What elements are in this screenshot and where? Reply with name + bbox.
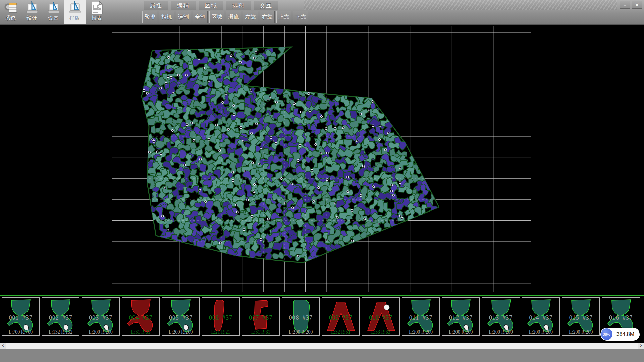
application-window: 系统设计设置排版报表 属性编辑区域排料交互 聚排相机选割全割区域瑕疵左靠右靠上靠… (0, 0, 644, 362)
part-lr-count: L:32 R:31 (322, 329, 359, 335)
app-tab-settings[interactable]: 设置 (43, 0, 64, 24)
tool-cut-all[interactable]: 全割 (193, 11, 208, 23)
app-tab-label: 设计 (27, 15, 38, 21)
tool-cluster[interactable]: 聚排 (142, 11, 157, 23)
part-id-label: 011_#37 (402, 314, 439, 321)
part-lr-count: L:200 R:200 (402, 329, 439, 335)
menu-tab-nest[interactable]: 排料 (226, 1, 251, 10)
minimize-button[interactable]: – (620, 1, 630, 9)
part-id-label: 014_#37 (522, 314, 559, 321)
part-id-label: 012_#37 (442, 314, 479, 321)
parts-thumbnail-strip: 001_#37L:700 R:700002_#37L:132 R:132003_… (0, 295, 644, 343)
progress-circle: 38% (601, 328, 612, 340)
part-id-label: 016_#37 (602, 314, 640, 321)
part-id-label: 010_#37 (362, 314, 399, 321)
part-lr-count: L:21 R:21 (202, 329, 239, 335)
tool-camera[interactable]: 相机 (159, 11, 174, 23)
titlebar-hatch-texture (304, 0, 617, 10)
progress-value: 38% (603, 332, 610, 336)
part-lr-count: L:132 R:132 (42, 329, 79, 335)
menu-tab-interact[interactable]: 交互 (254, 1, 278, 10)
part-lr-count: L:700 R:700 (2, 329, 39, 335)
part-lr-count: L:200 R:200 (162, 329, 199, 335)
part-id-label: 007_#37 (242, 314, 279, 321)
tool-region[interactable]: 区域 (209, 11, 224, 23)
part-thumbnail-006_#37[interactable]: 006_#37L:21 R:21 (202, 297, 240, 336)
part-lr-count: L:200 R:200 (482, 329, 520, 335)
part-thumbnail-005_#37[interactable]: 005_#37L:200 R:200 (162, 297, 200, 336)
horizontal-scrollbar[interactable]: ‹ › (0, 343, 644, 349)
part-lr-count: L:200 R:200 (82, 329, 119, 335)
part-id-label: 015_#37 (562, 314, 599, 321)
nesting-canvas-area[interactable] (0, 25, 644, 295)
status-bar (0, 349, 644, 362)
part-lr-count: L:200 R:200 (562, 329, 599, 335)
tool-align-right[interactable]: 右靠 (260, 11, 275, 23)
part-id-label: 002_#37 (42, 314, 79, 321)
part-thumbnail-003_#37[interactable]: 003_#37L:200 R:200 (82, 297, 120, 336)
part-id-label: 013_#37 (482, 314, 520, 321)
part-id-label: 005_#37 (162, 314, 199, 321)
part-id-label: 009_#37 (322, 314, 359, 321)
menu-tab-edit[interactable]: 编辑 (171, 1, 196, 10)
part-id-label: 006_#37 (202, 314, 239, 321)
part-id-label: 001_#37 (2, 314, 39, 321)
part-thumbnail-015_#37[interactable]: 015_#37L:200 R:200 (562, 297, 600, 336)
menu-tab-region[interactable]: 区域 (199, 1, 223, 10)
scroll-right-icon[interactable]: › (638, 343, 644, 349)
part-lr-count: L:200 R:200 (442, 329, 479, 335)
report-icon (89, 1, 105, 15)
scroll-left-icon[interactable]: ‹ (0, 343, 6, 349)
tool-align-bottom[interactable]: 下靠 (293, 11, 308, 23)
nesting-drawing[interactable] (112, 26, 531, 292)
tool-select-cut[interactable]: 选割 (176, 11, 191, 23)
part-id-label: 004_#37 (122, 314, 159, 321)
part-lr-count: L:200 R:200 (282, 329, 319, 335)
part-id-label: 003_#37 (82, 314, 119, 321)
part-thumbnail-014_#37[interactable]: 014_#37L:200 R:200 (522, 297, 560, 336)
part-lr-count: L:33 R:33 (362, 329, 399, 335)
part-thumbnail-001_#37[interactable]: 001_#37L:700 R:700 (2, 297, 40, 336)
part-thumbnail-002_#37[interactable]: 002_#37L:132 R:132 (42, 297, 79, 336)
part-thumbnail-008_#37[interactable]: 008_#37L:200 R:200 (282, 297, 320, 336)
menu-tab-row: 属性编辑区域排料交互 (142, 0, 280, 11)
app-tab-label: 系统 (5, 15, 16, 21)
app-tab-design[interactable]: 设计 (21, 0, 43, 24)
tool-align-top[interactable]: 上靠 (276, 11, 291, 23)
tool-align-left[interactable]: 左靠 (243, 11, 258, 23)
part-thumbnail-007_#37[interactable]: 007_#37L:31 R:31 (242, 297, 280, 336)
app-tab-label: 排版 (70, 15, 80, 21)
part-thumbnail-013_#37[interactable]: 013_#37L:200 R:200 (482, 297, 520, 336)
design-icon (67, 1, 83, 15)
part-lr-count: L:200 R:200 (522, 329, 559, 335)
title-toolbar: 系统设计设置排版报表 属性编辑区域排料交互 聚排相机选割全割区域瑕疵左靠右靠上靠… (0, 0, 644, 25)
close-button[interactable]: ✕ (632, 1, 642, 9)
part-thumbnail-009_#37[interactable]: 009_#37L:32 R:31 (322, 297, 360, 336)
memory-value: 384.8M (616, 331, 634, 337)
app-tab-system[interactable]: 系统 (0, 0, 21, 24)
app-tab-bar: 系统设计设置排版报表 (0, 0, 108, 24)
app-tab-label: 设置 (48, 15, 59, 21)
part-lr-count: L:31 R:31 (242, 329, 279, 335)
app-tab-nesting[interactable]: 排版 (64, 0, 86, 24)
app-tab-label: 报表 (92, 15, 102, 21)
menu-tab-properties[interactable]: 属性 (144, 1, 168, 10)
memory-usage-badge: 38% 384.8M (600, 328, 640, 341)
tool-defect[interactable]: 瑕疵 (226, 11, 241, 23)
app-tab-report[interactable]: 报表 (86, 0, 108, 24)
part-thumbnail-010_#37[interactable]: 010_#37L:33 R:33 (362, 297, 400, 336)
tool-button-row: 聚排相机选割全割区域瑕疵左靠右靠上靠下靠 (142, 11, 310, 24)
part-id-label: 008_#37 (282, 314, 319, 321)
system-icon (3, 1, 18, 15)
design-icon (24, 1, 40, 15)
design-icon (46, 1, 61, 15)
part-thumbnail-011_#37[interactable]: 011_#37L:200 R:200 (402, 297, 440, 336)
part-thumbnail-004_#37[interactable]: 004_#37L:31 R:31 (122, 297, 160, 336)
part-lr-count: L:31 R:31 (122, 329, 159, 335)
strip-top-divider (0, 295, 644, 296)
part-thumbnail-012_#37[interactable]: 012_#37L:200 R:200 (442, 297, 480, 336)
